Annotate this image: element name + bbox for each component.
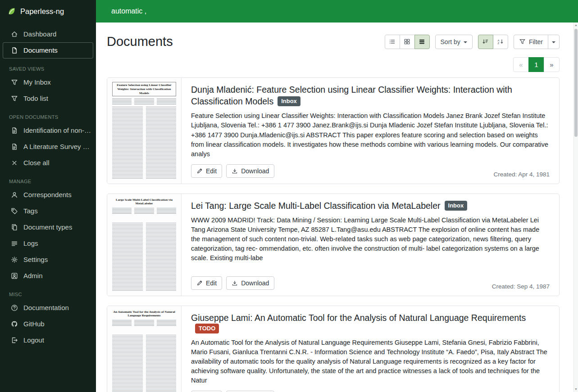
thumbnail-title-text: Large Scale Multi-Label Classification v…: [112, 198, 176, 206]
content: Documents Sort by AZ: [96, 23, 578, 392]
pagination-next[interactable]: »: [544, 57, 560, 72]
tag-badge-inbox[interactable]: Inbox: [278, 96, 300, 106]
grid-view-icon: [404, 38, 410, 45]
sidebar-item-label: Close all: [23, 158, 50, 167]
main-area: Documents Sort by AZ: [96, 0, 578, 392]
filter-split-button: Filter: [514, 35, 560, 49]
file-icon: [11, 47, 18, 54]
list-view-icon: [389, 38, 396, 45]
edit-button[interactable]: Edit: [191, 276, 222, 290]
document-card-footer: Edit Download: [191, 385, 550, 392]
pagination: « 1 »: [107, 57, 560, 72]
download-button-label: Download: [241, 167, 269, 175]
sidebar-item-label: Settings: [23, 255, 48, 264]
list-icon: [11, 240, 18, 247]
document-excerpt: An Automatic Tool for the Analysis of Na…: [191, 338, 550, 385]
thumbnail-text-columns: [112, 107, 176, 180]
files-icon: [11, 224, 18, 231]
scrollbar-thumb[interactable]: [574, 29, 578, 137]
sidebar-item-settings[interactable]: Settings: [0, 252, 96, 268]
search-input[interactable]: [110, 7, 567, 16]
sidebar-section-open-documents: Identification of non-fu...A Literature …: [0, 122, 96, 171]
x-icon: [11, 159, 18, 167]
sort-alpha-button[interactable]: AZ: [493, 35, 508, 49]
document-actions: Edit Download: [191, 276, 274, 290]
svg-text:A: A: [498, 39, 500, 42]
app-brand[interactable]: Paperless-ng: [0, 0, 96, 23]
document-card-body: Giuseppe Lami: An Automatic Tool for the…: [182, 306, 559, 392]
sort-alphabetical-icon: AZ: [497, 38, 504, 45]
sidebar-item-identification-of-non-fu[interactable]: Identification of non-fu...: [0, 122, 96, 139]
sidebar-item-logs[interactable]: Logs: [0, 235, 96, 252]
sidebar-item-label: Documents: [23, 46, 58, 55]
scrollbar-up-arrow[interactable]: ▲: [574, 23, 578, 28]
sidebar-item-tags[interactable]: Tags: [0, 203, 96, 219]
pagination-page-1[interactable]: 1: [528, 57, 544, 72]
created-date: Created: Apr 4, 1981: [493, 171, 550, 178]
sidebar-item-dashboard[interactable]: Dashboard: [0, 26, 96, 42]
view-controls: Sort by AZ Filter: [385, 35, 560, 49]
scrollbar[interactable]: ▲ ▼: [573, 23, 578, 392]
sidebar-section-title-manage: MANAGE: [0, 179, 96, 187]
funnel-icon: [11, 95, 18, 102]
scrollbar-down-arrow[interactable]: ▼: [574, 387, 578, 392]
sort-direction-group: AZ: [478, 35, 508, 49]
document-excerpt: WWW 2009 MADRID! Track: Data Mining / Se…: [191, 216, 550, 263]
document-title-link[interactable]: Lei Tang: Large Scale Multi-Label Classi…: [191, 201, 441, 211]
tag-badge-todo[interactable]: TODO: [195, 324, 219, 333]
sort-descending-button[interactable]: [478, 35, 493, 49]
sidebar-item-label: Tags: [23, 207, 38, 216]
filter-label: Filter: [529, 38, 543, 45]
document-title-link[interactable]: Giuseppe Lami: An Automatic Tool for the…: [191, 313, 526, 323]
document-thumbnail[interactable]: Feature Selection using Linear Classifie…: [107, 78, 182, 184]
filter-dropdown-toggle[interactable]: [548, 35, 560, 49]
thumbnail-author-block: [112, 208, 176, 214]
house-icon: [11, 31, 18, 38]
sidebar-item-documentation[interactable]: Documentation: [0, 300, 96, 316]
sidebar-item-todo-list[interactable]: Todo list: [0, 90, 96, 107]
detail-view-button[interactable]: [414, 35, 430, 49]
edit-button[interactable]: Edit: [191, 164, 222, 178]
document-title-link[interactable]: Dunja Mladenić: Feature Selection using …: [191, 85, 512, 106]
document-card-body: Dunja Mladenić: Feature Selection using …: [182, 78, 559, 184]
document-thumbnail[interactable]: An Automatic Tool for the Analysis of Na…: [107, 306, 182, 392]
app-title: Paperless-ng: [20, 7, 64, 16]
thumbnail-page-preview: An Automatic Tool for the Analysis of Na…: [107, 306, 181, 392]
document-list: Feature Selection using Linear Classifie…: [107, 77, 560, 392]
svg-text:Z: Z: [498, 42, 500, 45]
sidebar-item-admin[interactable]: Admin: [0, 268, 96, 284]
top-navbar: [96, 0, 578, 23]
sidebar-nav: DashboardDocuments SAVED VIEWSMy InboxTo…: [0, 26, 96, 348]
sidebar-item-document-types[interactable]: Document types: [0, 219, 96, 235]
document-card-1: Feature Selection using Linear Classifie…: [107, 77, 560, 184]
sidebar-item-label: Logout: [23, 336, 44, 345]
caret-down-icon: [552, 41, 555, 43]
sidebar-item-my-inbox[interactable]: My Inbox: [0, 74, 96, 90]
sidebar-item-correspondents[interactable]: Correspondents: [0, 187, 96, 203]
thumbnail-text-columns: [112, 223, 176, 292]
sidebar-item-close-all[interactable]: Close all: [0, 155, 96, 171]
sidebar-item-a-literature-survey-on[interactable]: A Literature Survey on ...: [0, 139, 96, 155]
sidebar-item-label: Dashboard: [23, 30, 56, 39]
list-view-button[interactable]: [385, 35, 400, 49]
github-icon: [11, 320, 18, 328]
tag-badge-inbox[interactable]: Inbox: [445, 201, 468, 211]
grid-view-button[interactable]: [400, 35, 415, 49]
file-text-icon: [11, 127, 18, 134]
sidebar-item-label: Logs: [23, 239, 38, 248]
filter-button[interactable]: Filter: [514, 35, 548, 49]
thumbnail-page-preview: Large Scale Multi-Label Classification v…: [107, 194, 181, 296]
document-thumbnail[interactable]: Large Scale Multi-Label Classification v…: [107, 194, 182, 296]
thumbnail-page-preview: Feature Selection using Linear Classifie…: [107, 78, 181, 184]
document-title-row: Lei Tang: Large Scale Multi-Label Classi…: [191, 200, 550, 212]
sort-by-dropdown[interactable]: Sort by: [435, 35, 473, 49]
sidebar-item-github[interactable]: GitHub: [0, 316, 96, 332]
tag-icon: [11, 207, 18, 215]
sidebar-item-documents[interactable]: Documents: [3, 42, 93, 59]
download-button[interactable]: Download: [226, 164, 274, 178]
sort-by-label: Sort by: [441, 38, 460, 45]
pagination-prev[interactable]: «: [513, 57, 529, 72]
download-button[interactable]: Download: [226, 276, 274, 290]
sidebar-item-logout[interactable]: Logout: [0, 332, 96, 348]
sidebar-item-label: Documentation: [23, 303, 69, 312]
